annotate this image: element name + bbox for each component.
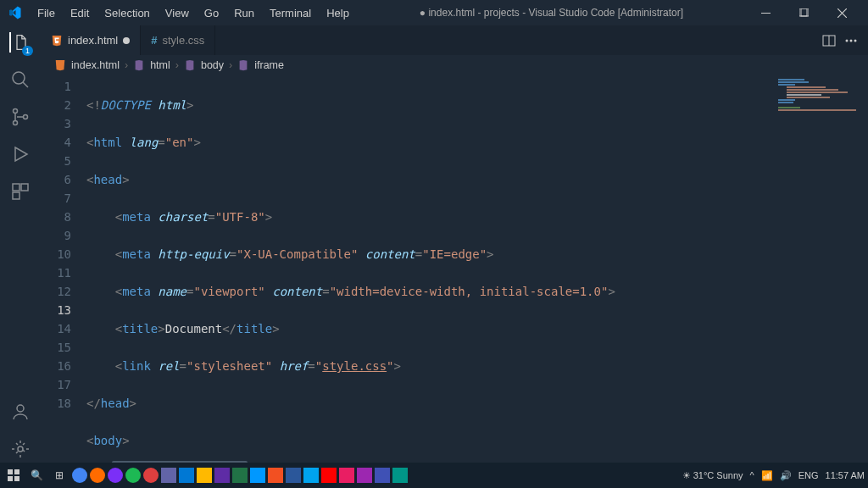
activitybar: 1 (0, 25, 41, 469)
tabs: index.html # style.css (41, 25, 868, 55)
titlebar: File Edit Selection View Go Run Terminal… (0, 0, 868, 25)
svg-rect-19 (8, 469, 13, 474)
start-button[interactable] (3, 465, 24, 485)
editor-area: index.html # style.css index.html › html… (41, 25, 868, 469)
more-actions-icon[interactable] (844, 34, 858, 47)
tray-icon[interactable]: 🔊 (780, 470, 792, 481)
dirty-indicator-icon (123, 37, 130, 44)
svg-point-14 (850, 39, 853, 42)
tray-language[interactable]: ENG (798, 470, 819, 480)
svg-point-3 (13, 72, 25, 84)
app-icon[interactable] (339, 468, 354, 483)
svg-rect-22 (14, 476, 19, 481)
vscode-logo-icon (7, 5, 22, 20)
tab-index-html[interactable]: index.html (41, 25, 141, 55)
html-file-icon (54, 59, 66, 71)
html-file-icon (51, 35, 63, 47)
breadcrumb-item[interactable]: body (201, 59, 224, 71)
menu-selection[interactable]: Selection (97, 3, 156, 23)
svg-point-15 (854, 39, 857, 42)
weather-widget[interactable]: ☀ 31°C Sunny (682, 470, 743, 481)
tray-clock[interactable]: 11:57 AM (826, 470, 865, 480)
minimize-button[interactable] (747, 0, 785, 25)
window-title: ● index.html - projects - Visual Studio … (356, 7, 747, 19)
svg-rect-7 (13, 184, 19, 191)
app-icon[interactable] (143, 468, 159, 483)
menu-view[interactable]: View (159, 3, 196, 23)
svg-rect-20 (14, 469, 19, 474)
app-icon[interactable] (90, 468, 105, 483)
app-icon[interactable] (232, 468, 248, 483)
breadcrumb-file[interactable]: index.html (71, 59, 120, 71)
tab-style-css[interactable]: # style.css (141, 25, 215, 55)
tray-chevron-icon[interactable]: ^ (750, 470, 754, 480)
chevron-right-icon: › (229, 59, 232, 71)
task-view-icon[interactable]: ⊞ (49, 465, 70, 485)
app-icon[interactable] (179, 468, 194, 483)
search-icon[interactable]: 🔍 (26, 465, 47, 485)
maximize-button[interactable] (785, 0, 823, 25)
line-numbers: 123456789101112131415161718 (41, 75, 86, 469)
accounts-icon[interactable] (10, 402, 31, 422)
tray-icon[interactable]: 📶 (761, 470, 773, 481)
svg-rect-2 (801, 8, 809, 16)
svg-point-10 (17, 405, 24, 412)
code-editor[interactable]: 123456789101112131415161718 <!DOCTYPE ht… (41, 75, 868, 469)
symbol-icon (133, 59, 145, 71)
menubar: File Edit Selection View Go Run Terminal… (31, 3, 356, 23)
chevron-right-icon: › (175, 59, 179, 71)
source-control-icon[interactable] (10, 107, 31, 127)
settings-icon[interactable] (10, 439, 31, 459)
run-debug-icon[interactable] (10, 144, 31, 164)
split-editor-icon[interactable] (822, 34, 836, 47)
svg-point-11 (18, 446, 23, 452)
close-button[interactable] (823, 0, 861, 25)
app-icon[interactable] (268, 468, 283, 483)
extensions-icon[interactable] (10, 181, 31, 202)
app-icon[interactable] (357, 468, 372, 483)
app-icon[interactable] (197, 468, 212, 483)
explorer-icon[interactable]: 1 (9, 32, 30, 53)
symbol-icon (237, 59, 249, 71)
app-icon[interactable] (375, 468, 390, 483)
svg-point-4 (14, 109, 18, 114)
app-icon[interactable] (392, 468, 408, 483)
css-file-icon: # (151, 34, 157, 47)
svg-rect-21 (8, 476, 13, 481)
app-icon[interactable] (250, 468, 265, 483)
chevron-right-icon: › (125, 59, 128, 71)
menu-go[interactable]: Go (198, 3, 225, 23)
svg-rect-1 (799, 8, 807, 16)
app-icon[interactable] (214, 468, 230, 483)
search-icon[interactable] (10, 69, 31, 90)
minimap[interactable] (775, 75, 868, 469)
app-icon[interactable] (161, 468, 176, 483)
app-icon[interactable] (321, 468, 337, 483)
app-icon[interactable] (303, 468, 319, 483)
app-icon[interactable] (72, 468, 87, 483)
svg-point-5 (14, 121, 18, 125)
menu-terminal[interactable]: Terminal (263, 3, 318, 23)
menu-help[interactable]: Help (320, 3, 356, 23)
svg-point-13 (846, 39, 849, 42)
menu-run[interactable]: Run (227, 3, 261, 23)
menu-edit[interactable]: Edit (64, 3, 96, 23)
code-content[interactable]: <!DOCTYPE html> <html lang="en"> <head> … (86, 75, 868, 469)
explorer-badge: 1 (22, 46, 33, 56)
breadcrumb-item[interactable]: iframe (254, 59, 284, 71)
app-icon[interactable] (125, 468, 141, 483)
svg-rect-9 (13, 192, 19, 199)
window-controls (747, 0, 861, 25)
symbol-icon (184, 59, 196, 71)
breadcrumbs[interactable]: index.html › html › body › iframe (41, 55, 868, 75)
windows-taskbar: 🔍 ⊞ ☀ 31°C Sunny ^ 📶 🔊 ENG 11:57 AM (0, 463, 868, 488)
svg-rect-8 (21, 184, 28, 191)
tab-label: index.html (68, 34, 118, 47)
tab-label: style.css (162, 34, 204, 47)
svg-rect-0 (761, 13, 771, 14)
breadcrumb-item[interactable]: html (150, 59, 170, 71)
app-icon[interactable] (108, 468, 123, 483)
svg-point-6 (24, 115, 28, 119)
app-icon[interactable] (286, 468, 301, 483)
menu-file[interactable]: File (31, 3, 62, 23)
